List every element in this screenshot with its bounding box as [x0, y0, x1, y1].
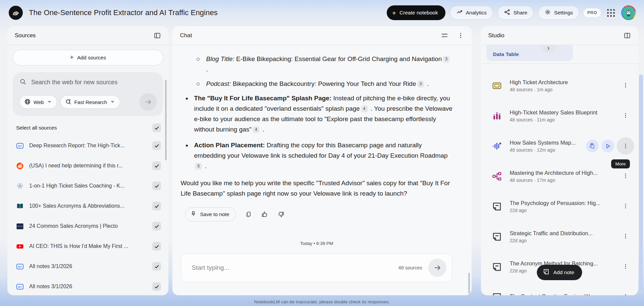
notebooklm-logo-icon[interactable]	[9, 6, 23, 20]
more-tooltip: More	[611, 159, 630, 168]
studio-item-row[interactable]: High-Ticket Mastery Sales Blueprint 48 s…	[481, 101, 638, 131]
citation-chip[interactable]: 4	[361, 105, 368, 112]
expand-studio-panel-icon[interactable]	[624, 32, 631, 39]
search-input[interactable]	[31, 79, 157, 86]
web-search-card: Web Fast Research	[13, 72, 163, 116]
studio-item-row[interactable]: How Sales Systems Map... 48 sources · 12…	[481, 131, 638, 161]
note-icon	[492, 292, 502, 296]
studio-item-row[interactable]: The Content Creation Engine: Wee...	[481, 282, 638, 295]
item-more-menu-icon[interactable]	[622, 263, 629, 271]
studio-item-row[interactable]: The Psychology of Persuasion: Hig... 22d…	[481, 191, 638, 221]
svg-text:PLECTO: PLECTO	[17, 226, 23, 227]
text-segment: .	[261, 126, 264, 133]
chat-input[interactable]	[192, 264, 398, 271]
play-audio-button[interactable]	[601, 140, 614, 152]
create-notebook-button[interactable]: + Create notebook	[387, 5, 445, 20]
source-title: Deep Research Report: The High-Tick...	[29, 143, 147, 149]
source-row[interactable]: (USA) I need help determining if this r.…	[13, 156, 163, 176]
source-checkbox[interactable]	[152, 262, 161, 271]
chat-more-menu-icon[interactable]	[457, 32, 464, 39]
item-more-menu-icon[interactable]	[617, 137, 634, 155]
plus-icon: +	[392, 9, 396, 16]
research-mode-dropdown[interactable]: Fast Research	[60, 95, 120, 109]
source-row[interactable]: m+ Deep Research Report: The High-Tick..…	[13, 136, 163, 156]
send-button[interactable]	[428, 259, 446, 277]
trending-up-icon	[456, 9, 463, 17]
source-count: 48 sources	[398, 263, 422, 273]
web-filter-dropdown[interactable]: Web	[19, 95, 57, 109]
globe-icon	[24, 98, 31, 106]
apps-grid-icon[interactable]	[605, 7, 617, 19]
research-mode-label: Fast Research	[74, 99, 107, 105]
studio-item-title: The Content Creation Engine: Wee...	[510, 293, 615, 296]
source-row[interactable]: m+ All notes 3/1/2026	[13, 256, 163, 276]
user-avatar[interactable]	[621, 5, 636, 20]
add-note-button[interactable]: Add note	[537, 265, 582, 280]
flashcards-icon	[492, 81, 502, 91]
item-more-menu-icon[interactable]	[622, 112, 629, 120]
interactive-mode-button[interactable]	[586, 140, 599, 152]
copy-icon[interactable]	[245, 211, 252, 218]
citation-chip[interactable]: 3	[443, 56, 450, 63]
source-checkbox[interactable]	[152, 282, 161, 291]
note-icon	[492, 201, 502, 212]
svg-text:m+: m+	[18, 144, 22, 147]
notebook-title[interactable]: The One-Sentence Profit Extractor and AI…	[29, 8, 218, 17]
text-segment: Podcast:	[206, 80, 231, 87]
select-all-label: Select all sources	[16, 125, 57, 131]
studio-item-actions	[586, 137, 634, 155]
save-to-note-button[interactable]: Save to note	[185, 207, 235, 221]
source-checkbox[interactable]	[152, 182, 161, 190]
source-checkbox[interactable]	[152, 141, 161, 150]
book-icon	[16, 202, 24, 210]
submit-search-button[interactable]	[140, 93, 157, 111]
text-segment: The "Buy It For Life Basecamp" Splash Pa…	[194, 95, 331, 102]
item-more-menu-icon[interactable]	[622, 172, 629, 180]
sources-scrollbar[interactable]	[165, 80, 167, 160]
source-checkbox[interactable]	[152, 222, 161, 231]
source-checkbox[interactable]	[152, 242, 161, 251]
add-sources-button[interactable]: + Add sources	[13, 50, 163, 65]
studio-item-row[interactable]: Strategic Traffic and Distribution... 22…	[481, 221, 638, 252]
reddit-icon	[16, 162, 24, 170]
item-more-menu-icon[interactable]	[622, 82, 629, 90]
source-row[interactable]: 1-on-1 High Ticket Sales Coaching - K...	[13, 176, 163, 196]
citation-chip[interactable]: 4	[253, 126, 260, 133]
source-row[interactable]: m+ All notes 3/1/2026	[13, 276, 163, 295]
source-checkbox[interactable]	[152, 202, 161, 210]
source-row[interactable]: AI CEO: THIS is How I'd Make My First ..…	[13, 236, 163, 256]
thumbs-down-icon[interactable]	[277, 211, 285, 218]
svg-text:m+: m+	[18, 285, 22, 288]
item-more-menu-icon[interactable]	[622, 233, 629, 241]
item-more-menu-icon[interactable]	[622, 203, 629, 210]
thumbs-up-icon[interactable]	[261, 211, 268, 218]
website-favicon-icon	[16, 182, 24, 190]
citation-chip[interactable]: 3	[417, 81, 424, 88]
chat-bullet: Action Plan Placement: Drafting the copy…	[180, 140, 452, 171]
notebooklm-note-icon: m+	[16, 142, 24, 150]
item-more-menu-icon[interactable]	[622, 293, 629, 296]
studio-item-row[interactable]: High Ticket Architecture 48 sources · 1m…	[481, 70, 638, 101]
source-checkbox[interactable]	[152, 161, 161, 170]
share-button[interactable]: Share	[497, 6, 534, 20]
citation-chip[interactable]: 5	[195, 163, 202, 170]
chat-scrollbar[interactable]	[468, 273, 470, 294]
analytics-button[interactable]: Analytics	[450, 6, 493, 20]
plus-icon: +	[70, 54, 74, 61]
chat-settings-tune-icon[interactable]	[441, 32, 448, 39]
add-note-label: Add note	[553, 269, 574, 275]
page-scrollbar[interactable]	[639, 74, 643, 295]
collapse-sources-panel-icon[interactable]	[154, 32, 161, 39]
select-all-checkbox[interactable]	[152, 123, 161, 132]
search-icon	[19, 78, 26, 87]
studio-item-title: High-Ticket Mastery Sales Blueprint	[510, 109, 615, 116]
source-row[interactable]: 100+ Sales Acronyms & Abbreviations...	[13, 196, 163, 216]
settings-button[interactable]: Settings	[538, 6, 579, 20]
studio-item-meta: 22d ago	[510, 208, 615, 213]
source-row[interactable]: PLECTO 24 Common Sales Acronyms | Plecto	[13, 216, 163, 236]
chat-message: Blog Title: E-Bike Bikepacking: Essentia…	[180, 54, 452, 199]
data-table-chip[interactable]: Data Table	[486, 45, 573, 61]
note-icon	[492, 232, 502, 242]
chat-input-bar: 48 sources	[181, 253, 452, 282]
mind-map-icon	[492, 171, 502, 182]
